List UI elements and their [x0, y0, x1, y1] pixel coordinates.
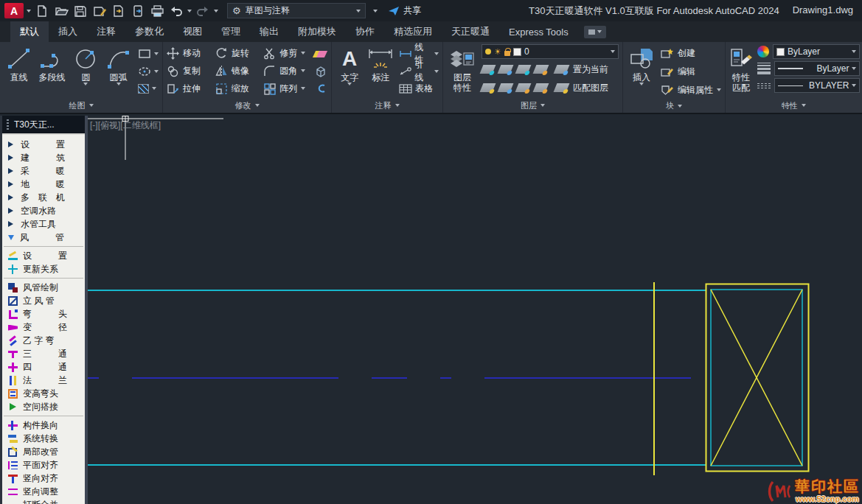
category-duct[interactable]: 风 管: [2, 231, 85, 244]
tab-default[interactable]: 默认: [10, 21, 49, 42]
tool-break-merge[interactable]: 打断合并: [2, 498, 85, 504]
layer-thaw-button[interactable]: [515, 83, 532, 92]
tab-insert[interactable]: 插入: [49, 21, 87, 42]
panel-modify-footer[interactable]: 修改: [163, 98, 331, 113]
tool-system-convert[interactable]: 系统转换: [2, 432, 85, 445]
category-settings[interactable]: 设 置: [2, 138, 85, 151]
tab-tianzheng-hvac[interactable]: 天正暖通: [442, 21, 499, 42]
layer-off-button[interactable]: [480, 65, 496, 74]
fillet-caret-icon[interactable]: [301, 69, 305, 72]
tab-parametric[interactable]: 参数化: [125, 21, 173, 42]
dimension-button[interactable]: 标注: [364, 44, 397, 98]
equipment-outer-rect[interactable]: [706, 284, 809, 472]
fillet-button[interactable]: 圆角: [263, 62, 314, 80]
category-vrf[interactable]: 多 联 机: [2, 191, 85, 204]
share-button[interactable]: 共享: [388, 4, 421, 17]
polyline-button[interactable]: 多段线: [34, 44, 70, 98]
object-color-dropdown[interactable]: ByLayer: [773, 44, 860, 59]
panel-properties-footer[interactable]: 特性: [726, 98, 862, 113]
layer-on-button[interactable]: [480, 83, 496, 92]
array-caret-icon[interactable]: [301, 87, 305, 90]
ribbon-display-toggle[interactable]: [584, 26, 606, 38]
tool-local-modify[interactable]: 局部改管: [2, 445, 85, 458]
ellipse-button[interactable]: [138, 64, 159, 79]
undo-button[interactable]: [168, 4, 184, 18]
match-properties-button[interactable]: 特性 匹配: [729, 44, 753, 98]
tab-express-tools[interactable]: Express Tools: [499, 21, 578, 42]
create-block-button[interactable]: 创建: [661, 44, 721, 62]
panel-block-footer[interactable]: 块: [623, 99, 725, 113]
stretch-button[interactable]: 拉伸: [167, 80, 209, 97]
tool-elbow[interactable]: 弯 头: [2, 307, 85, 321]
hatch-button[interactable]: [138, 81, 159, 96]
layer-isolate-button[interactable]: [498, 65, 514, 74]
open-file-button[interactable]: [53, 4, 69, 18]
tab-view[interactable]: 视图: [173, 21, 212, 42]
palette-title-bar[interactable]: T30天正...: [2, 116, 85, 135]
erase-button[interactable]: [314, 46, 327, 61]
tool-update-relations[interactable]: 更新关系: [2, 262, 85, 276]
copy-button[interactable]: 复制: [167, 62, 209, 80]
lineweight-dropdown[interactable]: ByLayer: [774, 61, 860, 76]
tool-cross[interactable]: 四 通: [2, 360, 85, 374]
tool-reverse-component[interactable]: 构件换向: [2, 419, 85, 432]
set-current-button[interactable]: 置为当前: [573, 63, 608, 76]
redo-button[interactable]: [195, 4, 211, 18]
trim-button[interactable]: 修剪: [263, 44, 314, 62]
tool-vertical-align[interactable]: 竖向对齐: [2, 472, 85, 485]
tool-duct-draw[interactable]: 风管绘制: [2, 281, 85, 294]
layer-dropdown[interactable]: ☀ 0: [482, 44, 619, 59]
layer-properties-button[interactable]: 图层 特性: [447, 44, 478, 98]
category-building[interactable]: 建 筑: [2, 151, 85, 164]
tool-flange[interactable]: 法 兰: [2, 374, 85, 387]
rotate-button[interactable]: 旋转: [215, 44, 258, 62]
layer-freeze-button[interactable]: [515, 65, 532, 74]
circle-caret-icon[interactable]: [83, 83, 88, 85]
explode-button[interactable]: [314, 64, 327, 79]
tool-space-overlap[interactable]: 空间搭接: [2, 400, 85, 413]
redo-caret-icon[interactable]: [214, 10, 218, 13]
rectangle-button[interactable]: [138, 46, 159, 61]
workspace-dropdown[interactable]: ⚙ 草图与注释: [227, 3, 366, 18]
save-button[interactable]: [72, 4, 88, 18]
open-from-web-button[interactable]: [130, 4, 146, 18]
edit-attributes-caret-icon[interactable]: [717, 88, 721, 91]
category-ac-water[interactable]: 空调水路: [2, 204, 85, 217]
tool-plan-align[interactable]: 平面对齐: [2, 458, 85, 472]
arc-button[interactable]: 圆弧: [102, 44, 135, 98]
tab-manage[interactable]: 管理: [212, 21, 250, 42]
layer-lock-button[interactable]: [533, 65, 549, 74]
app-menu-button[interactable]: A: [4, 3, 24, 18]
linetype-dropdown[interactable]: BYLAYER: [774, 78, 860, 93]
new-file-button[interactable]: [34, 4, 50, 18]
plot-button[interactable]: [149, 4, 165, 18]
text-caret-icon[interactable]: [347, 83, 352, 85]
category-heating[interactable]: 采 暖: [2, 164, 85, 178]
insert-block-caret-icon[interactable]: [639, 83, 644, 85]
leader-button[interactable]: 引线: [399, 64, 439, 79]
text-button[interactable]: A 文字: [336, 44, 364, 98]
tool-vertical-adjust[interactable]: 竖向调整: [2, 485, 85, 498]
qat-overflow-caret-icon[interactable]: [373, 10, 378, 13]
scale-button[interactable]: 缩放: [215, 80, 258, 97]
viewport-controls-label[interactable]: [-][俯视][二维线框]: [90, 119, 161, 132]
mirror-button[interactable]: 镜像: [215, 62, 258, 80]
edit-attributes-button[interactable]: 编辑属性: [661, 81, 721, 99]
tab-collaborate[interactable]: 协作: [346, 21, 384, 42]
app-menu-caret-icon[interactable]: [27, 10, 31, 13]
tab-addins[interactable]: 附加模块: [288, 21, 346, 42]
palette-grip-icon[interactable]: [7, 119, 9, 130]
tool-duct-settings[interactable]: 设 置: [2, 249, 85, 262]
insert-block-button[interactable]: 插入: [627, 44, 656, 99]
tool-z-bend[interactable]: 乙 字 弯: [2, 334, 85, 347]
undo-caret-icon[interactable]: [187, 10, 192, 13]
trim-caret-icon[interactable]: [301, 52, 305, 55]
drawing-canvas[interactable]: [-][俯视][二维线框] 華印社區 www.52cnp.com: [88, 116, 862, 504]
tool-reducer[interactable]: 变 径: [2, 321, 85, 334]
tab-featured-apps[interactable]: 精选应用: [384, 21, 442, 42]
save-to-web-button[interactable]: [111, 4, 127, 18]
tab-output[interactable]: 输出: [250, 21, 288, 42]
panel-annotate-footer[interactable]: 注释: [332, 98, 442, 113]
save-as-button[interactable]: [91, 4, 108, 18]
panel-draw-footer[interactable]: 绘图: [0, 98, 162, 113]
